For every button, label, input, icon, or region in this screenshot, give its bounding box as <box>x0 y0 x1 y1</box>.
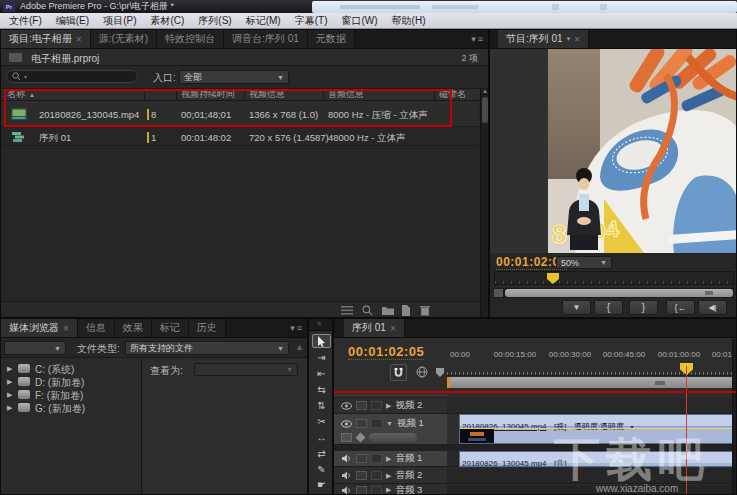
expander-icon[interactable]: ▶ <box>386 472 391 480</box>
table-row[interactable]: 20180826_130045.mp4 8 00;01;48;01 1366 x… <box>1 101 479 127</box>
panel-menu-icon[interactable]: ▾ ≡ <box>466 30 488 48</box>
path-dropdown[interactable]: ▼ <box>4 341 66 355</box>
tool-zoom[interactable]: ⊕ <box>312 490 331 495</box>
snap-button[interactable] <box>390 364 407 381</box>
opacity-rubber-band[interactable] <box>460 428 737 429</box>
tool-rate-stretch[interactable]: ⇅ <box>312 398 331 412</box>
list-view-icon[interactable] <box>341 306 353 315</box>
zoom-level-dropdown[interactable]: 50% ▼ <box>556 256 612 269</box>
set-marker-icon[interactable] <box>436 368 444 377</box>
work-area-center-grip[interactable] <box>655 381 665 385</box>
track-label[interactable]: 视频 1 <box>397 417 424 430</box>
entry-dropdown[interactable]: 全部 ▼ <box>179 70 289 84</box>
playhead-line[interactable] <box>686 366 687 495</box>
keyframe-icon[interactable] <box>356 433 366 443</box>
sync-lock-icon[interactable] <box>356 419 367 428</box>
table-row[interactable]: 序列 01 1 00:01:48:02 720 x 576 (1.4587) 4… <box>1 127 479 146</box>
col-name[interactable]: 名称 ▲ <box>7 89 35 100</box>
tree-item-drive-f[interactable]: ▶ F: (新加卷) <box>1 388 141 401</box>
timeline-scrollbar[interactable] <box>732 339 737 495</box>
track-label[interactable]: 音频 2 <box>395 469 422 482</box>
tab-effects[interactable]: 效果 <box>115 319 152 337</box>
tool-razor[interactable]: ✂ <box>312 414 331 428</box>
tool-ripple-edit[interactable]: ⇤ <box>312 366 331 380</box>
menu-file[interactable]: 文件(F) <box>2 14 49 28</box>
expander-icon[interactable]: ▶ <box>7 391 12 399</box>
menu-marker[interactable]: 标记(M) <box>239 14 288 28</box>
new-item-icon[interactable] <box>401 305 411 316</box>
menu-project[interactable]: 项目(P) <box>96 14 143 28</box>
lock-toggle[interactable] <box>371 486 382 495</box>
col-audio-info[interactable]: 音频信息 <box>328 89 364 100</box>
add-marker-button[interactable]: ▼ <box>562 300 591 315</box>
eye-icon[interactable] <box>341 420 352 428</box>
tab-markers[interactable]: 标记 <box>152 319 189 337</box>
menu-title[interactable]: 字幕(T) <box>288 14 335 28</box>
timeline-timecode[interactable]: 00:01:02:05 <box>348 344 424 360</box>
track-header-video1[interactable]: ▼ 视频 1 <box>334 414 447 445</box>
project-scrollbar[interactable]: ▲ <box>480 88 489 318</box>
clip-label-effect[interactable]: 透明度:透明度 <box>574 422 624 431</box>
tool-hand[interactable]: ☛ <box>312 477 331 491</box>
expander-icon[interactable]: ▶ <box>386 402 391 410</box>
tool-slip[interactable]: ↔ <box>312 430 331 444</box>
menu-clip[interactable]: 素材(C) <box>143 14 191 28</box>
lane-audio2[interactable] <box>447 468 737 484</box>
close-icon[interactable]: × <box>574 34 580 45</box>
track-header-audio3[interactable]: ▶ 音频 3 <box>334 485 447 495</box>
eye-icon[interactable] <box>341 402 352 410</box>
find-icon[interactable] <box>362 305 373 316</box>
step-back-button[interactable]: ◀| <box>698 300 727 315</box>
work-area-bar[interactable] <box>447 377 737 388</box>
close-icon[interactable]: × <box>76 34 82 45</box>
tab-audio-mixer[interactable]: 调音台:序列 01 <box>224 30 308 48</box>
sync-lock-icon[interactable] <box>356 486 367 495</box>
tool-rolling-edit[interactable]: ⇆ <box>312 382 331 396</box>
sync-lock-icon[interactable] <box>356 471 367 480</box>
scrollbar-left-box[interactable] <box>494 289 503 297</box>
search-input[interactable]: ▾ <box>6 70 138 83</box>
sync-lock-icon[interactable] <box>356 454 367 463</box>
lock-toggle[interactable] <box>371 401 382 410</box>
track-slider[interactable] <box>369 433 417 442</box>
expander-icon[interactable]: ▶ <box>386 455 391 463</box>
tree-item-drive-d[interactable]: ▶ D: (新加卷) <box>1 375 141 388</box>
tool-selection[interactable] <box>312 334 331 348</box>
track-header-audio2[interactable]: ▶ 音频 2 <box>334 468 447 484</box>
expander-icon[interactable]: ▶ <box>7 404 12 412</box>
sync-lock-icon[interactable] <box>356 401 367 410</box>
tab-program[interactable]: 节目:序列 01 ▾ × <box>498 30 589 48</box>
program-mini-ruler[interactable] <box>494 271 734 285</box>
lock-toggle[interactable] <box>371 419 382 428</box>
lock-toggle[interactable] <box>371 471 382 480</box>
menu-edit[interactable]: 编辑(E) <box>49 14 96 28</box>
mark-in-button[interactable]: { <box>594 300 623 315</box>
col-video-info[interactable]: 视频信息 <box>249 89 285 100</box>
track-header-audio1[interactable]: ▶ 音频 1 <box>334 451 447 467</box>
up-directory-icon[interactable]: ▲ <box>295 342 304 352</box>
tab-info[interactable]: 信息 <box>78 319 115 337</box>
scrollbar-track[interactable] <box>505 289 733 297</box>
view-as-dropdown[interactable]: ▼ <box>194 363 298 376</box>
close-icon[interactable]: × <box>390 323 396 334</box>
tab-effect-controls[interactable]: 特效控制台 <box>157 30 224 48</box>
tab-media-browser[interactable]: 媒体浏览器 × <box>1 319 78 337</box>
tab-metadata[interactable]: 元数据 <box>308 30 355 48</box>
lane-audio3[interactable] <box>447 485 737 495</box>
tool-slide[interactable]: ⇄ <box>312 446 331 460</box>
lane-video2[interactable] <box>447 398 737 414</box>
timeline-ruler[interactable]: 00:00 00:00:15:00 00:00:30:00 00:00:45:0… <box>447 346 737 376</box>
goto-in-button[interactable]: {← <box>666 300 695 315</box>
speaker-icon[interactable] <box>341 486 352 495</box>
track-label[interactable]: 音频 1 <box>395 452 422 465</box>
track-header-video2[interactable]: ▶ 视频 2 <box>334 398 447 414</box>
tab-sequence[interactable]: 序列 01 × <box>344 319 405 337</box>
encore-marker-icon[interactable] <box>416 366 428 378</box>
menu-sequence[interactable]: 序列(S) <box>191 14 238 28</box>
close-icon[interactable]: × <box>63 323 69 334</box>
panel-menu-icon[interactable]: ▾ ≡ <box>285 319 307 337</box>
caret-down-icon[interactable]: ▾ <box>631 424 634 430</box>
program-playhead-marker[interactable] <box>547 273 559 284</box>
col-duration[interactable]: 视频持续时间 <box>181 89 235 100</box>
scroll-up-icon[interactable]: ▲ <box>482 88 488 94</box>
